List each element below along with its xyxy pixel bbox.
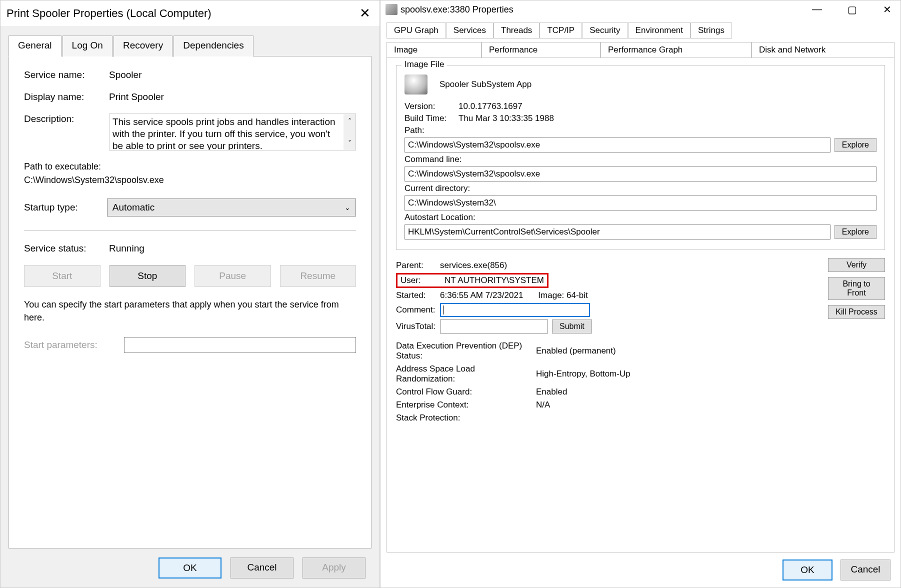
user-highlight: User: NT AUTHORITY\SYSTEM: [396, 273, 548, 288]
group-title: Image File: [402, 60, 447, 70]
tab-strings[interactable]: Strings: [690, 22, 732, 38]
dep-label: Data Execution Prevention (DEP) Status:: [396, 341, 536, 361]
image-arch-label: Image:: [538, 290, 564, 300]
dialog-footer: OK Cancel Apply: [0, 548, 380, 588]
build-time-label: Build Time:: [404, 114, 454, 124]
aslr-label: Address Space Load Randomization:: [396, 364, 536, 384]
bring-to-front-button[interactable]: Bring to Front: [828, 277, 885, 300]
start-params-hint: You can specify the start parameters tha…: [24, 298, 356, 324]
cancel-button[interactable]: Cancel: [840, 560, 890, 580]
service-name-value: Spooler: [109, 70, 356, 80]
stop-button[interactable]: Stop: [110, 265, 186, 287]
start-params-label: Start parameters:: [24, 340, 124, 350]
tab-recovery[interactable]: Recovery: [114, 36, 172, 56]
tab-gpu-graph[interactable]: GPU Graph: [386, 22, 446, 38]
apply-button: Apply: [302, 558, 366, 578]
pause-button: Pause: [194, 265, 271, 287]
maximize-icon[interactable]: ▢: [844, 4, 860, 16]
version-label: Version:: [404, 102, 454, 112]
description-text: This service spools print jobs and handl…: [112, 116, 336, 150]
tab-image[interactable]: Image: [386, 42, 482, 58]
dialog-titlebar: Print Spooler Properties (Local Computer…: [0, 0, 380, 26]
current-directory-field[interactable]: C:\Windows\System32\: [404, 196, 876, 210]
virustotal-label: VirusTotal:: [396, 322, 440, 332]
build-time-value: Thu Mar 3 10:33:35 1988: [458, 114, 876, 124]
cancel-button[interactable]: Cancel: [230, 558, 294, 578]
start-button: Start: [24, 265, 100, 287]
tab-security[interactable]: Security: [582, 22, 628, 38]
description-scrollbar[interactable]: ˄ ˅: [344, 114, 356, 150]
service-status-value: Running: [109, 243, 356, 254]
close-icon[interactable]: ✕: [360, 6, 370, 21]
scroll-up-icon[interactable]: ˄: [348, 115, 352, 127]
kill-process-button[interactable]: Kill Process: [828, 305, 885, 319]
explore-autostart-button[interactable]: Explore: [834, 225, 876, 239]
dialog-titlebar: spoolsv.exe:3380 Properties — ▢ ✕: [380, 0, 900, 18]
parent-value: services.exe(856): [440, 260, 507, 270]
dialog-footer: OK Cancel: [380, 552, 900, 588]
general-panel: Service name: Spooler Display name: Prin…: [8, 56, 372, 548]
version-value: 10.0.17763.1697: [458, 102, 876, 112]
explore-path-button[interactable]: Explore: [834, 138, 876, 152]
startup-type-dropdown[interactable]: Automatic ⌄: [107, 198, 356, 216]
tab-threads[interactable]: Threads: [494, 22, 540, 38]
autostart-field[interactable]: HKLM\System\CurrentControlSet\Services\S…: [404, 224, 830, 240]
close-icon[interactable]: ✕: [878, 4, 896, 16]
description-textbox[interactable]: This service spools print jobs and handl…: [109, 114, 356, 150]
started-label: Started:: [396, 290, 440, 300]
stack-protection-label: Stack Protection:: [396, 413, 536, 423]
resume-button: Resume: [280, 265, 356, 287]
autostart-label: Autostart Location:: [404, 212, 476, 222]
verify-button[interactable]: Verify: [828, 258, 885, 272]
enterprise-context-value: N/A: [536, 400, 550, 410]
separator: [24, 230, 356, 231]
user-label: User:: [400, 276, 444, 286]
tab-performance-graph[interactable]: Performance Graph: [600, 42, 752, 58]
virustotal-field[interactable]: [440, 320, 548, 334]
current-directory-label: Current directory:: [404, 184, 470, 194]
dialog-title: Print Spooler Properties (Local Computer…: [6, 7, 212, 20]
image-arch-value: 64-bit: [566, 290, 588, 300]
startup-type-label: Startup type:: [24, 202, 107, 213]
tab-services[interactable]: Services: [446, 22, 494, 38]
image-panel: Image File Spooler SubSystem App Version…: [386, 58, 894, 552]
scroll-down-icon[interactable]: ˅: [348, 137, 352, 149]
minimize-icon[interactable]: —: [808, 4, 826, 16]
comment-input[interactable]: [440, 303, 590, 317]
app-name: Spooler SubSystem App: [440, 80, 532, 90]
path-label: Path to executable:: [24, 162, 101, 172]
comment-label: Comment:: [396, 305, 440, 315]
tab-tcpip[interactable]: TCP/IP: [540, 22, 582, 38]
tab-general[interactable]: General: [8, 36, 62, 56]
tab-log-on[interactable]: Log On: [62, 36, 112, 56]
display-name-label: Display name:: [24, 92, 109, 102]
tab-performance[interactable]: Performance: [482, 42, 600, 58]
printer-large-icon: [404, 74, 428, 94]
parent-label: Parent:: [396, 260, 440, 270]
tabs: General Log On Recovery Dependencies: [8, 35, 372, 56]
print-spooler-properties-dialog: Print Spooler Properties (Local Computer…: [0, 0, 380, 588]
process-properties-dialog: spoolsv.exe:3380 Properties — ▢ ✕ GPU Gr…: [380, 0, 901, 588]
path-value: C:\Windows\System32\spoolsv.exe: [24, 175, 164, 186]
tab-disk-network[interactable]: Disk and Network: [752, 42, 894, 58]
tab-dependencies[interactable]: Dependencies: [174, 36, 253, 56]
started-value: 6:36:55 AM 7/23/2021: [440, 290, 523, 300]
tab-environment[interactable]: Environment: [628, 22, 690, 38]
aslr-value: High-Entropy, Bottom-Up: [536, 369, 630, 379]
cfg-value: Enabled: [536, 387, 567, 397]
ok-button[interactable]: OK: [158, 558, 222, 578]
command-line-field[interactable]: C:\Windows\System32\spoolsv.exe: [404, 166, 876, 182]
description-label: Description:: [24, 114, 109, 124]
enterprise-context-label: Enterprise Context:: [396, 400, 536, 410]
window-buttons: — ▢ ✕: [808, 4, 896, 16]
startup-type-value: Automatic: [112, 202, 154, 213]
printer-icon: [386, 4, 398, 15]
ok-button[interactable]: OK: [782, 560, 832, 580]
service-name-label: Service name:: [24, 70, 109, 80]
path-field[interactable]: C:\Windows\System32\spoolsv.exe: [404, 138, 830, 152]
submit-button[interactable]: Submit: [552, 320, 592, 334]
chevron-down-icon: ⌄: [344, 204, 350, 212]
path-label: Path:: [404, 126, 424, 136]
command-line-label: Command line:: [404, 154, 462, 164]
text-cursor-icon: [443, 306, 444, 314]
